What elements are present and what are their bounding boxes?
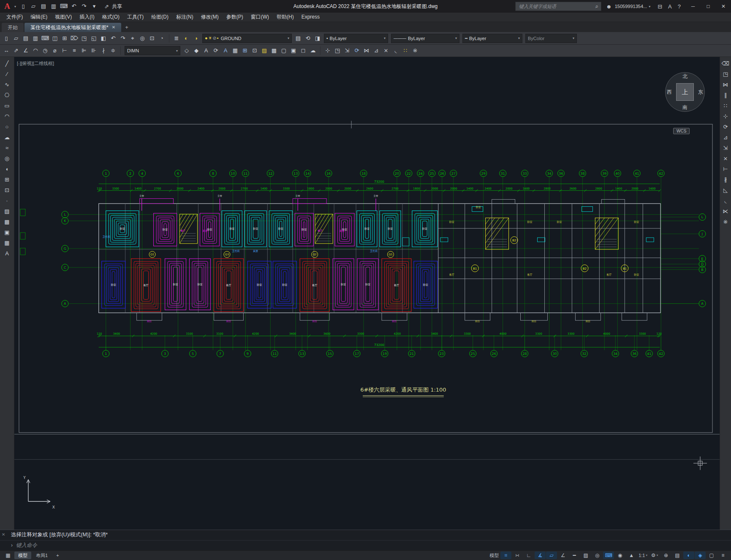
linetype-combo[interactable]: ——— ByLayer ▾ xyxy=(391,34,459,43)
dim-style-combo[interactable]: DIMN ▾ xyxy=(125,46,180,55)
hatch-icon[interactable]: ▨ xyxy=(2,206,12,216)
clean-screen-icon[interactable]: ▢ xyxy=(706,552,717,559)
pan-icon[interactable]: ⌖ xyxy=(128,34,137,43)
lineweight-combo[interactable]: ━ ByLayer ▾ xyxy=(462,34,522,43)
view-compass[interactable]: 北 南 西 东 上 xyxy=(665,72,705,112)
mtext-icon[interactable]: A xyxy=(221,46,230,55)
point-icon[interactable]: ∙ xyxy=(2,196,12,206)
dim-angular-icon[interactable]: ∠ xyxy=(21,46,30,55)
menu-帮助H[interactable]: 帮助(H) xyxy=(273,13,298,22)
redo-icon[interactable]: ↷ xyxy=(79,2,89,11)
tab-close-icon[interactable]: ✕ xyxy=(112,23,115,32)
rectangle-icon[interactable]: ▭ xyxy=(2,101,12,111)
make-block-icon[interactable]: ⊡ xyxy=(2,185,12,195)
save-as-icon[interactable]: ▥ xyxy=(49,2,58,11)
stretch-icon[interactable]: ⇲ xyxy=(720,143,731,153)
spline-icon[interactable]: ≈ xyxy=(2,143,12,153)
drawing-canvas[interactable]: 1246810111213141618202224252627293133343… xyxy=(14,57,720,530)
move-icon[interactable]: ⊹ xyxy=(323,46,332,55)
polygon-icon[interactable]: ⎔ xyxy=(2,90,12,100)
annotation-visibility-icon[interactable]: ◉ xyxy=(614,552,625,559)
ellipse-icon[interactable]: ◎ xyxy=(2,154,12,164)
open-icon[interactable]: ▱ xyxy=(11,34,21,43)
zoom-previous-icon[interactable]: ◔ xyxy=(157,34,166,43)
mirror-icon[interactable]: ⋈ xyxy=(362,46,371,55)
revision-cloud-icon[interactable]: ☁ xyxy=(308,46,318,55)
wipeout-icon[interactable]: ◻ xyxy=(299,46,308,55)
viewport-controls[interactable]: [-][俯视][二维线框] xyxy=(17,60,54,67)
join-icon[interactable]: ⋉ xyxy=(720,206,731,216)
object-track-icon[interactable]: ∠ xyxy=(557,552,568,559)
dim-radius-icon[interactable]: ◷ xyxy=(41,46,50,55)
layer-states-icon[interactable]: ▤ xyxy=(293,34,303,43)
region-icon[interactable]: ▣ xyxy=(289,46,298,55)
dim-ordinate-icon[interactable]: ⊢ xyxy=(60,46,69,55)
snap-mode-icon[interactable]: ∺ xyxy=(512,552,523,559)
menu-窗口W[interactable]: 窗口(W) xyxy=(247,13,273,22)
cart-icon[interactable]: ⊟ xyxy=(656,3,663,10)
copy-icon[interactable]: ◳ xyxy=(720,69,731,79)
wcs-badge[interactable]: WCS xyxy=(673,128,690,134)
qnew-icon[interactable]: ▯ xyxy=(2,34,11,43)
copy-icon[interactable]: ◳ xyxy=(333,46,342,55)
qnew-icon[interactable]: ▯ xyxy=(19,2,28,11)
search-input[interactable] xyxy=(518,3,595,9)
open-icon[interactable]: ▱ xyxy=(29,2,38,11)
offset-icon[interactable]: ∥ xyxy=(720,90,731,100)
rotate-icon[interactable]: ⟳ xyxy=(352,46,361,55)
plot-icon[interactable]: ⌨ xyxy=(59,2,68,11)
dim-update-icon[interactable]: ⟳ xyxy=(211,46,220,55)
menu-视图V[interactable]: 视图(V) xyxy=(51,13,76,22)
array-icon[interactable]: ∷ xyxy=(401,46,410,55)
dim-style-icon[interactable]: ◇ xyxy=(182,46,191,55)
customization-icon[interactable]: ≡ xyxy=(717,552,728,559)
arc-icon[interactable]: ◠ xyxy=(2,111,12,122)
plot-style-combo[interactable]: ByColor ▾ xyxy=(525,34,577,43)
publish-icon[interactable]: ⊞ xyxy=(60,34,69,43)
layer-combo[interactable]: ●☀⊘▪ GROUND ▾ xyxy=(202,34,292,43)
menu-插入I[interactable]: 插入(I) xyxy=(76,13,98,22)
menu-修改M[interactable]: 修改(M) xyxy=(197,13,223,22)
extend-icon[interactable]: ⊢ xyxy=(720,164,731,174)
line-icon[interactable]: ╱ xyxy=(2,59,12,69)
qdim-icon[interactable]: ≡ xyxy=(70,46,79,55)
layout1-tab[interactable]: 布局1 xyxy=(32,552,52,559)
minimize-button[interactable]: ─ xyxy=(685,0,701,13)
undo-icon[interactable]: ↶ xyxy=(109,34,118,43)
menu-Express[interactable]: Express xyxy=(298,13,323,22)
menu-编辑E[interactable]: 编辑(E) xyxy=(27,13,51,22)
chamfer-icon[interactable]: ◺ xyxy=(720,185,731,195)
gradient-icon[interactable]: ▩ xyxy=(2,217,12,227)
viewcube[interactable]: 上 xyxy=(676,83,694,101)
rotate-icon[interactable]: ⟳ xyxy=(720,122,731,132)
ellipse-arc-icon[interactable]: ◖ xyxy=(2,164,12,174)
layer-properties-icon[interactable]: ≣ xyxy=(172,34,181,43)
command-close-icon[interactable]: ✕ xyxy=(2,532,5,537)
osnap-icon[interactable]: ▱ xyxy=(546,552,557,559)
menu-文件F[interactable]: 文件(F) xyxy=(3,13,27,22)
table-icon[interactable]: ▦ xyxy=(2,238,12,248)
fillet-icon[interactable]: ◟ xyxy=(720,196,731,206)
app-store-icon[interactable]: A xyxy=(667,3,673,10)
boundary-icon[interactable]: ▢ xyxy=(279,46,288,55)
scale-icon[interactable]: ⊿ xyxy=(372,46,381,55)
menu-标注N[interactable]: 标注(N) xyxy=(172,13,197,22)
polyline-icon[interactable]: ∿ xyxy=(2,80,12,90)
insert-block-icon[interactable]: ⊞ xyxy=(2,175,12,185)
break-icon[interactable]: ∦ xyxy=(720,175,731,185)
annotation-autoscale-icon[interactable]: ▲ xyxy=(626,552,637,559)
mtext-icon[interactable]: A xyxy=(2,249,12,259)
trim-icon[interactable]: ⨯ xyxy=(381,46,391,55)
cut-icon[interactable]: ⌦ xyxy=(70,34,79,43)
grid-display-icon[interactable]: ⌗ xyxy=(500,552,511,559)
color-combo[interactable]: ▪ ByLayer ▾ xyxy=(324,34,388,43)
dim-aligned-icon[interactable]: ⇗ xyxy=(11,46,21,55)
workspace-switch-icon[interactable]: ⚙▾ xyxy=(649,552,660,559)
trim-icon[interactable]: ⨯ xyxy=(720,154,731,164)
plot-preview-icon[interactable]: ◫ xyxy=(50,34,60,43)
copy-clip-icon[interactable]: ◳ xyxy=(79,34,89,43)
circle-icon[interactable]: ○ xyxy=(2,122,12,132)
share-button[interactable]: ⇗ 共享 xyxy=(103,3,122,10)
menu-绘图D[interactable]: 绘图(D) xyxy=(147,13,172,22)
new-layout-button[interactable]: + xyxy=(52,552,63,559)
